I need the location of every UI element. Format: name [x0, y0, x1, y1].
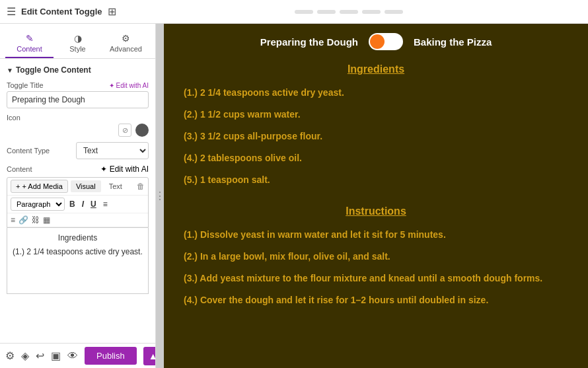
- tab-content[interactable]: ✎ Content: [5, 29, 54, 58]
- bold-btn[interactable]: B: [67, 199, 77, 209]
- left-panel: ✎ Content ◑ Style ⚙ Advanced ▼ Toggle On…: [0, 24, 156, 368]
- toggle-title-label: Toggle Title: [7, 81, 44, 89]
- content-type-label: Content Type: [7, 147, 50, 155]
- layers-icon[interactable]: ◈: [21, 350, 29, 362]
- list-icon[interactable]: ≡: [11, 215, 15, 225]
- visual-tab-btn[interactable]: Visual: [71, 180, 101, 192]
- ingredient-item-1: (1.) 2 1/4 teaspoons active dry yeast.: [184, 86, 568, 100]
- publish-btn[interactable]: Publish: [85, 347, 137, 365]
- preview-btn-3[interactable]: [340, 10, 358, 14]
- instruction-item-4: (4.) Cover the dough and let it rise for…: [184, 293, 568, 307]
- table-icon[interactable]: ▦: [43, 215, 50, 225]
- content-type-row: Content Type Text: [7, 142, 149, 159]
- tab-content-label: Content: [17, 45, 42, 53]
- content-field: Content ✦ Edit with AI + + Add Media Vis…: [7, 165, 149, 294]
- add-media-btn[interactable]: + + Add Media: [11, 180, 68, 193]
- top-bar-left: ☰ Edit Content Toggle ⊞: [7, 5, 116, 18]
- content-ai-btn[interactable]: ✦ Edit with AI: [100, 165, 149, 174]
- editor-wrapper: Ingredients (1.) 2 1/4 teaspoons active …: [7, 228, 149, 294]
- editor-body[interactable]: Ingredients (1.) 2 1/4 teaspoons active …: [7, 228, 149, 294]
- icon-label-text: Icon: [7, 114, 20, 122]
- instruction-item-1: (1.) Dissolve yeast in warm water and le…: [184, 228, 568, 242]
- ai-edit-btn[interactable]: ✦ Edit with AI: [109, 82, 149, 89]
- preview-area: Preparing the Dough Baking the Pizza Ing…: [164, 24, 588, 368]
- text-tab-btn[interactable]: Text: [104, 180, 128, 192]
- panel-content: ▼ Toggle One Content Toggle Title ✦ Edit…: [0, 59, 155, 343]
- content-header: Content ✦ Edit with AI: [7, 165, 149, 174]
- section-title: Toggle One Content: [16, 65, 91, 75]
- section-spacer: [184, 195, 568, 205]
- publish-chevron-btn[interactable]: ▲: [143, 347, 156, 365]
- toggle-title-label-row: Toggle Title ✦ Edit with AI: [7, 81, 149, 89]
- toolbar-row1: + + Add Media Visual Text 🗑: [7, 178, 148, 196]
- toggle-bar: Preparing the Dough Baking the Pizza: [164, 24, 588, 57]
- editor-item-1: (1.) 2 1/4 teaspoons active dry yeast.: [13, 246, 143, 258]
- preview-btn-1[interactable]: [295, 10, 313, 14]
- ingredient-item-2: (2.) 1 1/2 cups warm water.: [184, 108, 568, 122]
- tab-advanced[interactable]: ⚙ Advanced: [102, 29, 150, 58]
- instruction-item-2: (2.) In a large bowl, mix flour, olive o…: [184, 250, 568, 264]
- link-icon[interactable]: 🔗: [18, 215, 28, 225]
- toolbar-row3: ≡ 🔗 ⛓ ▦: [7, 213, 148, 227]
- undo-icon[interactable]: ↩: [36, 350, 44, 362]
- responsive-icon[interactable]: ▣: [51, 350, 61, 362]
- icon-circle[interactable]: [135, 124, 149, 137]
- page-title: Edit Content Toggle: [21, 7, 102, 17]
- tab-style-label: Style: [69, 45, 85, 53]
- toggle-right-label: Baking the Pizza: [414, 36, 492, 48]
- content-tab-icon: ✎: [26, 33, 34, 44]
- bottom-toolbar: ⚙ ◈ ↩ ▣ 👁 Publish ▲: [0, 343, 155, 368]
- editor-toolbar: + + Add Media Visual Text 🗑 Paragraph B …: [7, 177, 149, 228]
- paragraph-select[interactable]: Paragraph: [11, 198, 65, 211]
- ingredients-heading: Ingredients: [184, 63, 568, 75]
- toggle-switch[interactable]: [369, 33, 403, 50]
- content-type-select[interactable]: Text: [76, 142, 149, 159]
- icon-field: Icon ⊘: [7, 114, 149, 137]
- instructions-heading: Instructions: [184, 205, 568, 217]
- instruction-item-3: (3.) Add yeast mixture to the flour mixt…: [184, 272, 568, 285]
- eye-icon[interactable]: 👁: [67, 350, 78, 362]
- section-arrow-icon: ▼: [7, 67, 13, 74]
- top-bar: ☰ Edit Content Toggle ⊞: [0, 0, 588, 24]
- style-tab-icon: ◑: [74, 33, 82, 44]
- hamburger-icon[interactable]: ☰: [7, 5, 16, 18]
- toolbar-row2: Paragraph B I U ≡: [7, 196, 148, 213]
- add-media-icon: +: [16, 182, 20, 190]
- trash-icon[interactable]: 🗑: [137, 182, 145, 191]
- editor-ingredients-heading: Ingredients: [13, 233, 143, 242]
- toggle-left-label: Preparing the Dough: [260, 36, 358, 48]
- toggle-title-input[interactable]: [7, 91, 149, 108]
- top-bar-center: [295, 10, 403, 14]
- preview-btn-4[interactable]: [362, 10, 381, 14]
- tab-style[interactable]: ◑ Style: [54, 29, 102, 58]
- advanced-tab-icon: ⚙: [122, 33, 130, 44]
- content-label: Content: [7, 165, 32, 173]
- ingredient-item-5: (5.) 1 teaspoon salt.: [184, 173, 568, 187]
- section-header: ▼ Toggle One Content: [7, 65, 149, 75]
- italic-btn[interactable]: I: [80, 199, 86, 209]
- main-layout: ✎ Content ◑ Style ⚙ Advanced ▼ Toggle On…: [0, 24, 588, 368]
- panel-tabs: ✎ Content ◑ Style ⚙ Advanced: [0, 24, 155, 59]
- preview-btn-2[interactable]: [317, 10, 336, 14]
- icon-label: Icon: [7, 114, 149, 122]
- grid-icon[interactable]: ⊞: [108, 5, 116, 18]
- add-media-label: + Add Media: [22, 182, 62, 190]
- ingredient-item-4: (4.) 2 tablespoons olive oil.: [184, 151, 568, 165]
- unlink-icon[interactable]: ⛓: [32, 215, 40, 225]
- drag-handle[interactable]: [156, 24, 164, 368]
- content-display: Ingredients (1.) 2 1/4 teaspoons active …: [164, 57, 588, 328]
- icon-placeholder[interactable]: ⊘: [118, 124, 131, 137]
- toggle-title-field: Toggle Title ✦ Edit with AI: [7, 81, 149, 108]
- preview-btn-5[interactable]: [385, 10, 403, 14]
- tab-advanced-label: Advanced: [110, 45, 142, 53]
- ingredient-item-3: (3.) 3 1/2 cups all-purpose flour.: [184, 129, 568, 143]
- align-btn[interactable]: ≡: [101, 199, 110, 209]
- icon-row: ⊘: [7, 124, 149, 137]
- toggle-knob: [370, 34, 385, 49]
- settings-icon[interactable]: ⚙: [5, 350, 15, 362]
- underline-btn[interactable]: U: [89, 199, 98, 209]
